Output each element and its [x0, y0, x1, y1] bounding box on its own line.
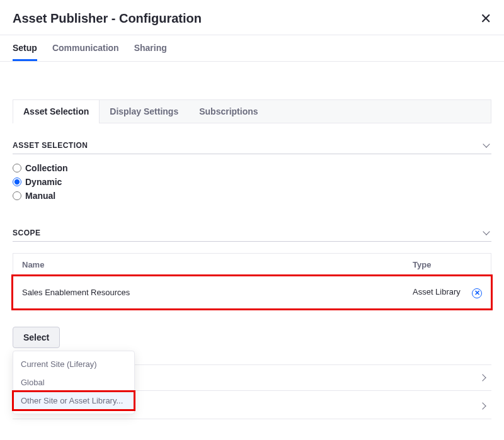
section-title: ASSET SELECTION [13, 141, 88, 150]
select-dropdown: Current Site (Liferay) Global Other Site… [13, 351, 135, 414]
close-button[interactable]: ✕ [480, 12, 491, 26]
subtab-subscriptions[interactable]: Subscriptions [189, 100, 268, 123]
radio-dynamic[interactable] [13, 178, 21, 186]
section-scope: SCOPE Name Type Sales Enablement Resourc… [13, 228, 491, 419]
radio-row-collection[interactable]: Collection [13, 163, 491, 173]
section-title: SCOPE [13, 228, 41, 237]
dialog-header: Asset Publisher - Configuration ✕ [0, 0, 504, 35]
scope-row-type: Asset Library [413, 287, 463, 298]
tab-communication[interactable]: Communication [52, 35, 119, 61]
chevron-down-icon [483, 228, 491, 237]
dropdown-item-global[interactable]: Global [13, 373, 134, 392]
scope-row-actions: ✕ [463, 286, 482, 298]
radio-manual[interactable] [13, 191, 21, 200]
column-header-type: Type [413, 260, 463, 269]
radio-collection[interactable] [13, 164, 21, 172]
radio-label: Collection [25, 163, 68, 173]
tab-setup[interactable]: Setup [13, 35, 37, 61]
asset-selection-radios: Collection Dynamic Manual [13, 163, 491, 201]
column-header-name: Name [22, 260, 413, 269]
column-header-actions [463, 260, 482, 269]
radio-label: Dynamic [25, 177, 62, 187]
radio-row-manual[interactable]: Manual [13, 191, 491, 201]
radio-label: Manual [25, 191, 55, 201]
select-button[interactable]: Select [13, 327, 60, 348]
chevron-right-icon [480, 373, 489, 382]
section-header-scope[interactable]: SCOPE [13, 228, 491, 242]
chevron-right-icon [480, 402, 489, 410]
section-header-asset-selection[interactable]: ASSET SELECTION [13, 141, 491, 154]
scope-table: Name Type Sales Enablement Resources Ass… [13, 253, 491, 309]
dialog-content: Asset Selection Display Settings Subscri… [0, 62, 504, 432]
primary-tabs: Setup Communication Sharing [0, 35, 504, 62]
select-scope-wrap: Select Current Site (Liferay) Global Oth… [13, 327, 60, 348]
dropdown-item-other-site[interactable]: Other Site or Asset Library... [13, 392, 134, 410]
tab-sharing[interactable]: Sharing [134, 35, 167, 61]
remove-icon[interactable]: ✕ [472, 288, 482, 298]
table-header: Name Type [13, 254, 491, 276]
subtab-display-settings[interactable]: Display Settings [100, 100, 189, 123]
dialog-title: Asset Publisher - Configuration [13, 11, 202, 26]
chevron-down-icon [483, 141, 491, 150]
scope-row-name: Sales Enablement Resources [22, 288, 413, 297]
radio-row-dynamic[interactable]: Dynamic [13, 177, 491, 187]
close-icon: ✕ [480, 11, 491, 26]
dropdown-item-current-site[interactable]: Current Site (Liferay) [13, 355, 134, 373]
subtab-asset-selection[interactable]: Asset Selection [13, 99, 100, 123]
section-asset-selection: ASSET SELECTION Collection Dynamic Manua… [13, 141, 491, 201]
table-row: Sales Enablement Resources Asset Library… [13, 276, 491, 308]
sub-tabs: Asset Selection Display Settings Subscri… [13, 99, 491, 123]
